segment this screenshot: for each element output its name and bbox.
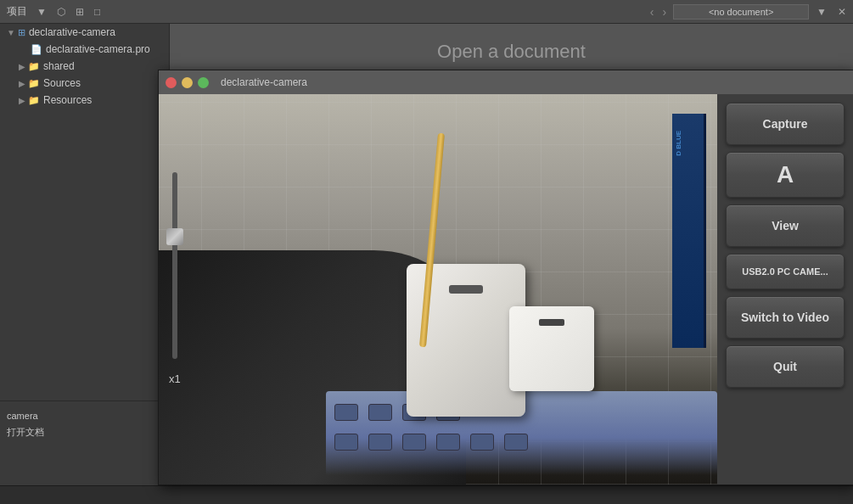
bottom-panel-camera-label: camera xyxy=(7,408,169,423)
camera-titlebar: declarative-camera xyxy=(159,70,853,94)
capture-button[interactable]: Capture xyxy=(726,103,845,145)
sources-folder-icon: 📁 xyxy=(28,78,40,89)
bottom-left-panel: camera 打开文档 xyxy=(0,400,170,485)
tree-resources-label: Resources xyxy=(43,94,92,106)
tree-arrow-shared: ▶ xyxy=(19,62,25,71)
outlet-2 xyxy=(368,404,392,421)
doc-selector[interactable]: <no document> xyxy=(673,4,809,20)
bottom-panel-open-doc-label[interactable]: 打开文档 xyxy=(7,423,169,441)
slider-thumb[interactable] xyxy=(166,228,183,245)
zoom-label: x1 xyxy=(169,372,181,385)
camera-viewport: D BLUE x1 xyxy=(159,94,717,484)
tree-shared-label: shared xyxy=(43,60,75,72)
tree-item-shared[interactable]: ▶ 📁 shared xyxy=(0,58,169,75)
outlet-8 xyxy=(436,434,460,451)
outlet-1 xyxy=(334,404,358,421)
view-button[interactable]: View xyxy=(726,204,845,247)
toolbar-center: ‹ › <no document> ▼ ✕ xyxy=(648,3,846,20)
slider-track[interactable] xyxy=(172,172,177,359)
tree-item-root[interactable]: ▼ ⊞ declarative-camera xyxy=(0,24,169,41)
tree-root-label: declarative-camera xyxy=(29,26,115,38)
camera-body: D BLUE x1 Capture A View USB2.0 PC CAME.… xyxy=(159,94,853,484)
resources-folder-icon: 📁 xyxy=(28,95,40,106)
outlet-10 xyxy=(504,434,528,451)
outlet-7 xyxy=(402,434,426,451)
outlet-9 xyxy=(470,434,494,451)
status-bar xyxy=(0,485,853,504)
tree-item-pro-file[interactable]: 📄 declarative-camera.pro xyxy=(0,41,169,58)
tree-arrow-sources: ▶ xyxy=(19,79,25,88)
font-a-button[interactable]: A xyxy=(726,152,845,198)
charger-slot xyxy=(449,285,483,294)
slider-container[interactable]: x1 xyxy=(169,172,181,406)
pro-file-icon: 📄 xyxy=(31,44,42,55)
nav-next-button[interactable]: › xyxy=(660,3,668,20)
device-select-button[interactable]: USB2.0 PC CAME... xyxy=(726,254,845,289)
tree-pro-file-label: declarative-camera.pro xyxy=(46,43,150,55)
doc-dropdown-icon[interactable]: ▼ xyxy=(814,4,829,20)
project-icon: ⊞ xyxy=(18,27,25,38)
outlet-5 xyxy=(334,434,358,451)
small-device-slot xyxy=(539,319,564,326)
quit-button[interactable]: Quit xyxy=(726,345,845,388)
tree-item-sources[interactable]: ▶ 📁 Sources xyxy=(0,75,169,92)
toolbar-icons: ▼ ⬡ ⊞ □ xyxy=(34,4,103,20)
toolbar-icon-filter[interactable]: ▼ xyxy=(34,4,49,20)
small-device xyxy=(509,306,594,391)
titlebar-maximize-button[interactable] xyxy=(198,77,209,88)
switch-to-video-button[interactable]: Switch to Video xyxy=(726,296,845,339)
outlet-6 xyxy=(368,434,392,451)
titlebar-close-button[interactable] xyxy=(166,77,177,88)
camera-window-title: declarative-camera xyxy=(221,76,307,88)
camera-window: declarative-camera xyxy=(158,70,853,485)
tree-sources-label: Sources xyxy=(43,77,81,89)
toolbar-icon-square[interactable]: □ xyxy=(92,4,103,20)
tree-arrow-root: ▼ xyxy=(7,28,15,37)
shared-folder-icon: 📁 xyxy=(28,61,40,72)
open-doc-text: Open a document xyxy=(170,41,853,63)
project-label: 项目 xyxy=(7,4,27,19)
toolbar-icon-link[interactable]: ⬡ xyxy=(54,4,68,20)
doc-close-button[interactable]: ✕ xyxy=(838,6,846,18)
control-panel: Capture A View USB2.0 PC CAME... Switch … xyxy=(717,94,853,484)
titlebar-minimize-button[interactable] xyxy=(182,77,193,88)
book-label: D BLUE xyxy=(675,131,682,156)
nav-prev-button[interactable]: ‹ xyxy=(648,3,656,20)
toolbar-icon-layout[interactable]: ⊞ xyxy=(73,4,87,20)
book: D BLUE xyxy=(672,114,706,348)
tree-item-resources[interactable]: ▶ 📁 Resources xyxy=(0,92,169,109)
top-toolbar: 项目 ▼ ⬡ ⊞ □ ‹ › <no document> ▼ ✕ xyxy=(0,0,853,24)
tree-arrow-resources: ▶ xyxy=(19,96,25,105)
